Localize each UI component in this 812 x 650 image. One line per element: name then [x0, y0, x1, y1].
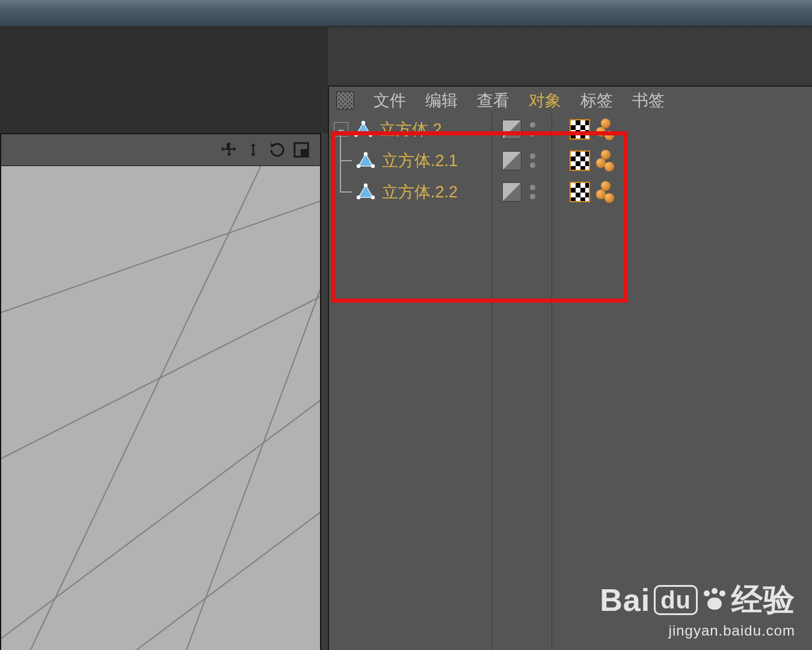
- object-label[interactable]: 立方体.2.1: [382, 150, 458, 172]
- menu-file[interactable]: 文件: [374, 90, 406, 111]
- visibility-dots[interactable]: [530, 153, 535, 168]
- svg-point-19: [357, 196, 360, 199]
- svg-line-6: [25, 166, 260, 650]
- menu-bookmarks[interactable]: 书签: [632, 90, 665, 111]
- object-tree[interactable]: – 立方体.2: [329, 114, 812, 650]
- watermark-brand-right: 经验: [731, 579, 795, 621]
- upper-dark-area: [0, 26, 328, 133]
- menu-objects[interactable]: 对象: [529, 90, 561, 111]
- svg-point-13: [364, 152, 368, 156]
- rotate-icon[interactable]: [267, 140, 288, 160]
- svg-line-7: [182, 238, 320, 650]
- svg-line-5: [1, 462, 320, 650]
- watermark-brand-box: du: [654, 585, 698, 615]
- svg-point-14: [371, 164, 375, 168]
- visibility-dots[interactable]: [530, 122, 535, 137]
- object-label[interactable]: 立方体.2: [380, 119, 442, 140]
- viewport-toolbar: [1, 134, 320, 166]
- maximize-icon[interactable]: [291, 140, 312, 160]
- polygon-object-icon: [353, 119, 374, 140]
- layer-chip[interactable]: [502, 182, 521, 202]
- polygon-object-icon: [355, 182, 376, 202]
- layer-chip[interactable]: [502, 120, 521, 139]
- polygon-object-icon: [355, 150, 376, 171]
- svg-line-2: [1, 190, 320, 323]
- watermark-brand-left: Bai: [600, 582, 650, 618]
- svg-rect-1: [301, 149, 307, 156]
- texture-tag-icon[interactable]: [570, 150, 590, 171]
- menu-edit[interactable]: 编辑: [425, 90, 458, 111]
- texture-tag-icon[interactable]: [570, 182, 590, 202]
- watermark-sub: jingyan.baidu.com: [600, 622, 795, 639]
- material-balls-icon[interactable]: [596, 119, 613, 140]
- svg-point-9: [361, 121, 365, 125]
- window-titlebar: [0, 0, 812, 27]
- menu-tags[interactable]: 标签: [580, 90, 613, 111]
- texture-tag-icon[interactable]: [570, 119, 590, 140]
- collapse-icon[interactable]: –: [334, 122, 348, 137]
- move-icon[interactable]: [219, 140, 239, 160]
- material-balls-icon[interactable]: [596, 181, 613, 203]
- object-manager-menubar: 文件 编辑 查看 对象 标签 书签: [329, 87, 812, 114]
- scale-icon[interactable]: [243, 140, 263, 160]
- visibility-dots[interactable]: [530, 185, 535, 199]
- svg-point-10: [369, 133, 372, 137]
- object-label[interactable]: 立方体.2.2: [382, 181, 458, 203]
- layer-chip[interactable]: [502, 151, 521, 170]
- viewport-3d[interactable]: [1, 166, 320, 650]
- svg-point-18: [371, 196, 375, 199]
- viewport-panel: [0, 133, 321, 650]
- svg-line-4: [1, 359, 320, 650]
- tree-row-child[interactable]: 立方体.2.1: [329, 145, 812, 176]
- panel-grip-icon[interactable]: [336, 91, 354, 110]
- menu-view[interactable]: 查看: [477, 90, 509, 111]
- tree-row-root[interactable]: – 立方体.2: [329, 114, 812, 145]
- svg-point-17: [364, 184, 368, 187]
- watermark: Bai du 经验 jingyan.baidu.com: [600, 579, 795, 639]
- tree-row-child[interactable]: 立方体.2.2: [329, 176, 812, 208]
- material-balls-icon[interactable]: [596, 150, 613, 172]
- paw-icon: [701, 589, 728, 611]
- svg-point-11: [354, 133, 358, 137]
- object-manager-panel: 文件 编辑 查看 对象 标签 书签 – 立方体.2: [328, 85, 812, 650]
- svg-point-15: [357, 164, 360, 168]
- svg-line-3: [1, 274, 320, 474]
